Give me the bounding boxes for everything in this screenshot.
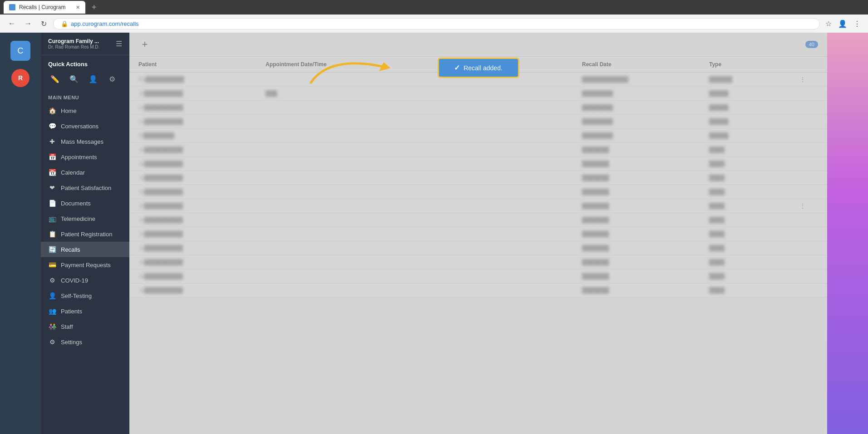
col-recall-date: Recall Date — [582, 61, 709, 68]
profile-button[interactable]: 👤 — [836, 18, 849, 30]
add-recall-button[interactable]: + — [138, 38, 151, 51]
sidebar-item-patient-satisfaction[interactable]: ❤ Patient Satisfaction — [41, 180, 129, 195]
refresh-button[interactable]: ↻ — [38, 18, 49, 30]
appointments-icon: 📅 — [48, 153, 56, 161]
table-row[interactable]: Ju██████████ ███████ ████ — [129, 227, 827, 241]
sidebar-item-self-testing[interactable]: 👤 Self-Testing — [41, 288, 129, 303]
recall-type: ████ — [709, 217, 800, 223]
lock-icon: 🔒 — [61, 20, 68, 27]
right-decoration — [827, 33, 868, 434]
table-row[interactable]: Ju██████████ ███████ ████ — [129, 283, 827, 297]
tab-favicon — [9, 4, 15, 10]
extensions-button[interactable]: ⋮ — [852, 18, 863, 30]
recall-date: ████████ — [582, 104, 709, 111]
back-button[interactable]: ← — [5, 18, 18, 29]
sidebar-item-home[interactable]: 🏠 Home — [41, 103, 129, 118]
sidebar-item-mass-messages[interactable]: ✚ Mass Messages — [41, 134, 129, 149]
table-row[interactable]: Ju██████████ ███████ ████ — [129, 185, 827, 199]
table-row[interactable]: Ju██████████ ███████ ████ — [129, 171, 827, 185]
table-row[interactable]: La██████████ ████████ █████ — [129, 101, 827, 115]
patient-name: El████████ — [138, 132, 266, 139]
recall-date: ███████ — [582, 203, 709, 209]
sidebar-item-label-patient-satisfaction: Patient Satisfaction — [61, 185, 111, 191]
sidebar-icon-strip: C R — [0, 33, 41, 434]
user-add-quick-action[interactable]: 👤 — [86, 72, 100, 86]
recall-type: █████ — [709, 104, 800, 111]
row-action[interactable]: ⋮ — [800, 76, 818, 83]
payment-requests-icon: 💳 — [48, 261, 56, 269]
user-avatar[interactable]: R — [11, 69, 30, 87]
appt-datetime: ███ — [266, 90, 582, 97]
sidebar-item-calendar[interactable]: 📆 Calendar — [41, 165, 129, 180]
browser-toolbar: ← → ↻ 🔒 app.curogram.com/recalls ☆ 👤 ⋮ — [0, 15, 868, 33]
forward-button[interactable]: → — [22, 18, 35, 29]
sidebar-item-documents[interactable]: 📄 Documents — [41, 195, 129, 211]
recall-type: ████ — [709, 245, 800, 251]
recall-date: ███████ — [582, 287, 709, 293]
recall-type: ████ — [709, 203, 800, 209]
col-actions — [800, 61, 818, 68]
sidebar-header: Curogram Family ... Dr. Rad Roman Ros M.… — [41, 33, 129, 55]
telemedicine-icon: 📺 — [48, 215, 56, 223]
tab-close-button[interactable]: ✕ — [76, 5, 80, 10]
sidebar-item-settings[interactable]: ⚙ Settings — [41, 334, 129, 350]
recall-date: ███████ — [582, 259, 709, 265]
patient-registration-icon: 📋 — [48, 230, 56, 238]
sidebar-item-label-patients: Patients — [61, 308, 82, 315]
sidebar-item-patient-registration[interactable]: 📋 Patient Registration — [41, 226, 129, 242]
col-appt-datetime: Appointment date/time — [266, 61, 582, 68]
avatar-container: R — [11, 66, 30, 90]
table-row[interactable]: Ju██████████ ███████ ████ — [129, 157, 827, 171]
sidebar-item-recalls[interactable]: 🔄 Recalls — [41, 242, 129, 257]
sidebar-item-telemedicine[interactable]: 📺 Telemedicine — [41, 211, 129, 226]
table-row[interactable]: Ju██████████ ███████ ████ — [129, 241, 827, 255]
new-tab-button[interactable]: + — [89, 3, 99, 12]
recall-date: ███████ — [582, 161, 709, 167]
table-row[interactable]: El████████ ████████ █████ — [129, 129, 827, 143]
table-row[interactable]: Ju██████████ ███████ ████ — [129, 143, 827, 157]
edit-quick-action[interactable]: ✏️ — [48, 72, 62, 86]
recall-type: ██████ — [709, 76, 800, 83]
patient-name: Ju██████████ — [138, 273, 266, 279]
settings-icon: ⚙ — [48, 338, 56, 346]
table-body: Ra██████████ ████████████ ██████ ⋮ Ju███… — [129, 73, 827, 434]
sidebar-item-conversations[interactable]: 💬 Conversations — [41, 118, 129, 134]
table-row[interactable]: Ju██████████ ███████ ████ — [129, 213, 827, 227]
bookmark-button[interactable]: ☆ — [824, 18, 833, 30]
home-icon: 🏠 — [48, 107, 56, 115]
sidebar-item-payment-requests[interactable]: 💳 Payment Requests — [41, 257, 129, 273]
sidebar-item-label-covid19: COVID-19 — [61, 277, 88, 284]
sidebar-item-label-settings: Settings — [61, 339, 82, 346]
recall-date: ████████ — [582, 132, 709, 139]
table-row[interactable]: Ju██████████ ███ ████████ █████ — [129, 87, 827, 101]
recall-type: █████ — [709, 118, 800, 125]
staff-icon: 👫 — [48, 322, 56, 331]
recall-type: ████ — [709, 146, 800, 153]
quick-action-icons: ✏️ 🔍 👤 ⚙ — [48, 72, 122, 86]
recall-date: ████████████ — [582, 76, 709, 83]
self-testing-icon: 👤 — [48, 292, 56, 300]
recall-type: ████ — [709, 259, 800, 265]
browser-tab[interactable]: Recalls | Curogram ✕ — [4, 1, 85, 14]
documents-icon: 📄 — [48, 199, 56, 207]
sidebar-item-patients[interactable]: 👥 Patients — [41, 303, 129, 319]
table-row[interactable]: Ju██████████ ███████ ████ — [129, 269, 827, 283]
search-quick-action[interactable]: 🔍 — [67, 72, 81, 86]
recall-type: █████ — [709, 132, 800, 139]
row-action[interactable]: ⋮ — [800, 203, 818, 209]
recalls-icon: 🔄 — [48, 245, 56, 254]
browser-toolbar-actions: ☆ 👤 ⋮ — [824, 18, 863, 30]
patient-name: Ra██████████ — [138, 76, 266, 83]
sidebar-item-staff[interactable]: 👫 Staff — [41, 319, 129, 334]
table-row[interactable]: Ju██████████ ███████ ████ — [129, 255, 827, 269]
table-row[interactable]: La██████████ ████████ █████ — [129, 115, 827, 129]
table-row[interactable]: Ju██████████ ███████ ████ ⋮ — [129, 199, 827, 213]
sidebar-item-appointments[interactable]: 📅 Appointments — [41, 149, 129, 165]
quick-actions-title: Quick Actions — [48, 61, 122, 68]
address-bar[interactable]: 🔒 app.curogram.com/recalls — [53, 18, 820, 29]
filter-quick-action[interactable]: ⚙ — [105, 72, 119, 86]
hamburger-menu[interactable]: ☰ — [116, 39, 122, 48]
browser-titlebar: Recalls | Curogram ✕ + — [0, 0, 868, 15]
recall-date: ███████ — [582, 231, 709, 237]
sidebar-item-covid19[interactable]: ⚙ COVID-19 — [41, 273, 129, 288]
